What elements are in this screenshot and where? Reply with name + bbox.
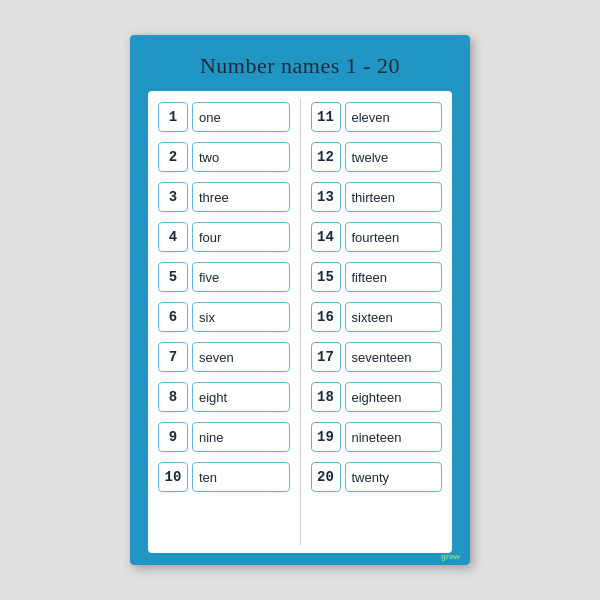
number-row: 4four [158, 219, 290, 255]
num-box: 16 [311, 302, 341, 332]
number-row: 6six [158, 299, 290, 335]
number-row: 13thirteen [311, 179, 443, 215]
number-row: 12twelve [311, 139, 443, 175]
num-box: 20 [311, 462, 341, 492]
num-box: 2 [158, 142, 188, 172]
num-box: 4 [158, 222, 188, 252]
word-box: sixteen [345, 302, 443, 332]
num-box: 7 [158, 342, 188, 372]
word-box: thirteen [345, 182, 443, 212]
num-box: 3 [158, 182, 188, 212]
num-box: 14 [311, 222, 341, 252]
num-box: 13 [311, 182, 341, 212]
word-box: seven [192, 342, 290, 372]
word-box: nineteen [345, 422, 443, 452]
poster-title: Number names 1 - 20 [200, 53, 400, 79]
word-box: three [192, 182, 290, 212]
num-box: 17 [311, 342, 341, 372]
num-box: 6 [158, 302, 188, 332]
column-divider [300, 99, 301, 545]
number-row: 18eighteen [311, 379, 443, 415]
word-box: twelve [345, 142, 443, 172]
number-row: 1one [158, 99, 290, 135]
num-box: 1 [158, 102, 188, 132]
number-row: 9nine [158, 419, 290, 455]
num-box: 19 [311, 422, 341, 452]
num-box: 5 [158, 262, 188, 292]
left-column: 1one2two3three4four5five6six7seven8eight… [158, 99, 290, 545]
word-box: nine [192, 422, 290, 452]
number-row: 3three [158, 179, 290, 215]
num-box: 10 [158, 462, 188, 492]
word-box: two [192, 142, 290, 172]
number-row: 10ten [158, 459, 290, 495]
num-box: 8 [158, 382, 188, 412]
num-box: 9 [158, 422, 188, 452]
word-box: seventeen [345, 342, 443, 372]
num-box: 12 [311, 142, 341, 172]
number-row: 5five [158, 259, 290, 295]
word-box: eleven [345, 102, 443, 132]
number-row: 7seven [158, 339, 290, 375]
word-box: six [192, 302, 290, 332]
word-box: eight [192, 382, 290, 412]
number-row: 16sixteen [311, 299, 443, 335]
word-box: fifteen [345, 262, 443, 292]
number-row: 8eight [158, 379, 290, 415]
number-row: 20twenty [311, 459, 443, 495]
word-box: one [192, 102, 290, 132]
word-box: fourteen [345, 222, 443, 252]
number-row: 15fifteen [311, 259, 443, 295]
word-box: twenty [345, 462, 443, 492]
number-row: 11eleven [311, 99, 443, 135]
poster: Number names 1 - 20 1one2two3three4four5… [130, 35, 470, 565]
word-box: four [192, 222, 290, 252]
num-box: 18 [311, 382, 341, 412]
word-box: five [192, 262, 290, 292]
word-box: eighteen [345, 382, 443, 412]
number-row: 2two [158, 139, 290, 175]
word-box: ten [192, 462, 290, 492]
number-row: 14fourteen [311, 219, 443, 255]
num-box: 11 [311, 102, 341, 132]
num-box: 15 [311, 262, 341, 292]
right-column: 11eleven12twelve13thirteen14fourteen15fi… [311, 99, 443, 545]
content-area: 1one2two3three4four5five6six7seven8eight… [148, 91, 452, 553]
number-row: 17seventeen [311, 339, 443, 375]
brand-label: grow [441, 552, 460, 561]
number-row: 19nineteen [311, 419, 443, 455]
